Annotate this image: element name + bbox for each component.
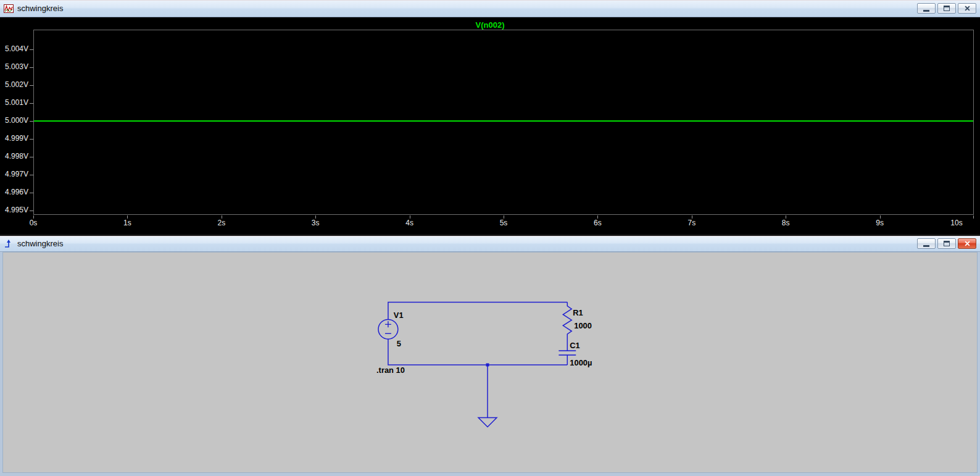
x-axis-tick-label: 8s	[773, 219, 798, 227]
x-axis-tick-label: 5s	[491, 219, 516, 227]
y-axis-tick-label: 5.000V	[0, 116, 28, 125]
x-axis-tick-label: 3s	[303, 219, 328, 227]
x-axis-tick-mark	[410, 215, 410, 219]
spice-directive[interactable]: .tran 10	[376, 365, 405, 375]
y-axis-tick-mark	[30, 103, 33, 104]
y-axis-tick-mark	[30, 175, 33, 175]
wire-bottom[interactable]	[388, 339, 567, 365]
x-axis-tick-mark	[315, 215, 316, 219]
maximize-icon	[944, 6, 950, 11]
y-axis-tick-mark	[30, 49, 33, 50]
y-axis-tick-label: 5.004V	[0, 44, 28, 53]
close-icon	[965, 241, 970, 246]
minimize-button[interactable]	[917, 238, 936, 249]
waveform-plot-area[interactable]: V(n002) 5.004V5.003V5.002V5.001V5.000V4.…	[0, 17, 980, 234]
r1-value-label[interactable]: 1000	[574, 321, 592, 330]
v1-ref-label[interactable]: V1	[394, 311, 404, 320]
y-axis-tick-mark	[30, 67, 33, 68]
schematic-window-controls	[917, 238, 976, 249]
schematic-window-icon[interactable]	[4, 239, 14, 249]
waveform-window-controls	[917, 3, 976, 14]
x-axis-tick-mark	[127, 215, 128, 219]
waveform-window-title: schwingkreis	[17, 4, 913, 13]
c1-value-label[interactable]: 1000µ	[570, 358, 592, 367]
x-axis-tick-mark	[504, 215, 504, 219]
y-axis-tick-label: 5.003V	[0, 62, 28, 71]
plus-icon	[385, 321, 391, 327]
waveform-window: schwingkreis V(n002) 5.004V5.003V5.002V5…	[0, 0, 980, 234]
x-axis-tick-label: 1s	[115, 219, 139, 227]
x-axis-tick-label: 9s	[868, 219, 892, 227]
x-axis-tick-mark	[33, 215, 34, 219]
schematic-titlebar[interactable]: schwingkreis	[0, 236, 980, 252]
minimize-icon	[923, 10, 929, 12]
y-axis-tick-label: 4.997V	[0, 170, 28, 178]
trace-line	[34, 120, 973, 122]
y-axis-tick-label: 4.995V	[0, 206, 28, 214]
minimize-button[interactable]	[917, 3, 936, 14]
y-axis-tick-mark	[30, 211, 33, 211]
schematic-window: schwingkreis	[0, 236, 980, 476]
waveform-titlebar[interactable]: schwingkreis	[0, 0, 980, 17]
close-button[interactable]	[958, 238, 976, 249]
x-axis-tick-label: 6s	[585, 219, 610, 227]
x-axis-tick-label: 7s	[679, 219, 704, 227]
trace-label[interactable]: V(n002)	[0, 20, 980, 30]
x-axis-tick-label: 4s	[397, 219, 422, 227]
y-axis-tick-label: 5.002V	[0, 80, 28, 89]
component-v1-voltage-source[interactable]	[378, 319, 398, 339]
y-axis-tick-label: 4.999V	[0, 134, 28, 143]
ground-symbol[interactable]	[478, 365, 497, 427]
x-axis-tick-label: 0s	[21, 219, 46, 227]
r1-ref-label[interactable]: R1	[573, 308, 583, 317]
x-axis-tick-label: 10s	[944, 219, 969, 227]
wire-top[interactable]	[388, 303, 567, 320]
v1-value-label[interactable]: 5	[397, 339, 401, 348]
x-axis-tick-mark	[880, 215, 881, 219]
maximize-button[interactable]	[937, 238, 956, 249]
y-axis-tick-mark	[30, 193, 33, 193]
minimize-icon	[923, 245, 929, 247]
y-axis-tick-label: 5.001V	[0, 98, 28, 107]
schematic-drawing: V1 5 R1 1000 C1 1000µ	[3, 253, 977, 472]
maximize-icon	[944, 241, 950, 246]
close-icon	[965, 6, 970, 11]
x-axis-tick-label: 2s	[209, 219, 234, 227]
x-axis-tick-mark	[692, 215, 692, 219]
plot-box	[33, 30, 974, 215]
maximize-button[interactable]	[937, 3, 956, 14]
close-button[interactable]	[958, 3, 976, 14]
y-axis-tick-mark	[30, 85, 33, 86]
y-axis-tick-mark	[30, 121, 33, 122]
ground-triangle	[478, 417, 497, 427]
y-axis-tick-mark	[30, 139, 33, 140]
x-axis-tick-mark	[786, 215, 786, 219]
waveform-window-icon[interactable]	[4, 4, 14, 14]
y-axis-tick-label: 4.998V	[0, 152, 28, 161]
x-axis-tick-mark	[597, 215, 598, 219]
x-axis-tick-mark	[973, 215, 974, 219]
x-axis-tick-mark	[222, 215, 222, 219]
schematic-canvas[interactable]: V1 5 R1 1000 C1 1000µ	[2, 252, 978, 473]
y-axis-tick-label: 4.996V	[0, 188, 28, 196]
c1-ref-label[interactable]: C1	[570, 341, 580, 350]
schematic-window-title: schwingkreis	[17, 239, 913, 248]
y-axis-tick-mark	[30, 157, 33, 157]
